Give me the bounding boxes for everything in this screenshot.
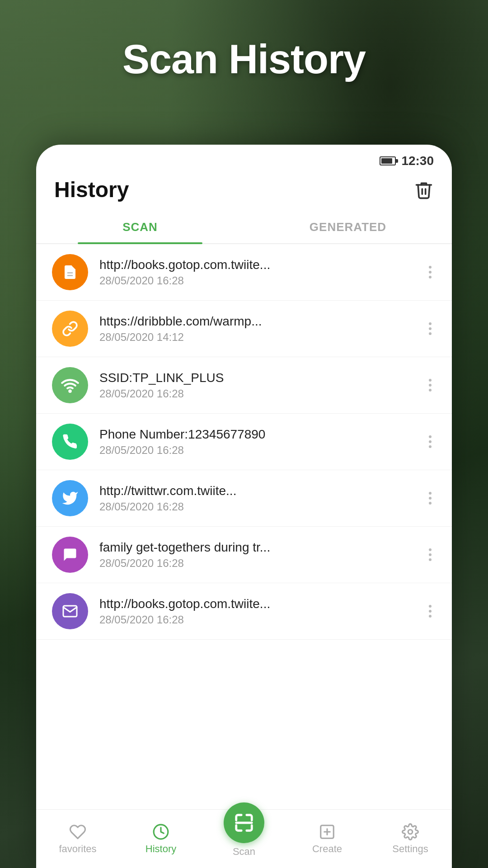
item-content: https://dribbble.com/warmp... 28/05/2020… <box>99 314 413 344</box>
item-date: 28/05/2020 14:12 <box>99 331 413 344</box>
item-content: Phone Number:12345677890 28/05/2020 16:2… <box>99 427 413 457</box>
item-date: 28/05/2020 16:28 <box>99 444 413 457</box>
heart-icon <box>69 823 86 840</box>
nav-item-create[interactable]: Create <box>286 823 369 855</box>
nav-label-settings: Settings <box>392 843 428 855</box>
item-date: 28/05/2020 16:28 <box>99 387 413 400</box>
item-date: 28/05/2020 16:28 <box>99 500 413 513</box>
svg-point-8 <box>408 830 413 834</box>
nav-item-scan[interactable]: Scan <box>202 802 286 858</box>
nav-item-favorites[interactable]: favorites <box>36 823 119 855</box>
item-more-button[interactable] <box>424 264 436 281</box>
scan-history-list: http://books.gotop.com.twiite... 28/05/2… <box>36 244 452 863</box>
header-title: History <box>54 177 129 202</box>
item-icon-wifi <box>52 367 88 403</box>
item-title: family get-togethers during tr... <box>99 540 413 555</box>
list-item[interactable]: http://books.gotop.com.twiite... 28/05/2… <box>36 244 452 301</box>
app-header: History <box>36 173 452 211</box>
item-icon-chat <box>52 537 88 573</box>
svg-point-2 <box>69 391 70 392</box>
item-icon-mail <box>52 593 88 629</box>
item-more-button[interactable] <box>424 320 436 337</box>
item-title: SSID:TP_LINK_PLUS <box>99 371 413 385</box>
bottom-navigation: favorites History Scan <box>36 809 452 868</box>
page-title: Scan History <box>0 36 488 83</box>
status-time: 12:30 <box>401 154 434 168</box>
nav-label-history: History <box>145 843 176 855</box>
create-icon <box>319 823 336 840</box>
list-item[interactable]: SSID:TP_LINK_PLUS 28/05/2020 16:28 <box>36 357 452 414</box>
item-content: SSID:TP_LINK_PLUS 28/05/2020 16:28 <box>99 371 413 400</box>
tabs-bar: SCAN GENERATED <box>36 211 452 244</box>
nav-label-favorites: favorites <box>59 843 96 855</box>
item-title: http://books.gotop.com.twiite... <box>99 597 413 611</box>
list-item[interactable]: https://dribbble.com/warmp... 28/05/2020… <box>36 301 452 357</box>
item-icon-twitter <box>52 480 88 516</box>
page-title-area: Scan History <box>0 36 488 83</box>
item-more-button[interactable] <box>424 490 436 507</box>
item-content: http://twittwr.com.twiite... 28/05/2020 … <box>99 484 413 513</box>
item-more-button[interactable] <box>424 603 436 620</box>
item-title: Phone Number:12345677890 <box>99 427 413 442</box>
tab-scan[interactable]: SCAN <box>36 211 244 243</box>
item-icon-link <box>52 311 88 347</box>
item-date: 28/05/2020 16:28 <box>99 557 413 570</box>
nav-item-history[interactable]: History <box>119 823 202 855</box>
delete-button[interactable] <box>414 179 434 201</box>
list-item[interactable]: http://books.gotop.com.twiite... 28/05/2… <box>36 583 452 640</box>
list-item[interactable]: family get-togethers during tr... 28/05/… <box>36 527 452 583</box>
item-title: https://dribbble.com/warmp... <box>99 314 413 329</box>
item-more-button[interactable] <box>424 377 436 394</box>
scan-button[interactable] <box>224 802 264 843</box>
list-item[interactable]: Phone Number:12345677890 28/05/2020 16:2… <box>36 414 452 470</box>
item-more-button[interactable] <box>424 433 436 450</box>
status-bar: 12:30 <box>36 145 452 173</box>
item-more-button[interactable] <box>424 546 436 563</box>
item-icon-phone <box>52 424 88 460</box>
history-icon <box>152 823 169 840</box>
item-content: http://books.gotop.com.twiite... 28/05/2… <box>99 597 413 626</box>
item-icon-doc <box>52 254 88 290</box>
nav-label-create: Create <box>312 843 342 855</box>
item-date: 28/05/2020 16:28 <box>99 613 413 626</box>
item-content: http://books.gotop.com.twiite... 28/05/2… <box>99 258 413 287</box>
phone-frame: 12:30 History SCAN GENERATED <box>36 145 452 868</box>
scan-icon <box>234 812 254 833</box>
item-title: http://twittwr.com.twiite... <box>99 484 413 498</box>
item-title: http://books.gotop.com.twiite... <box>99 258 413 272</box>
battery-icon <box>380 156 396 165</box>
item-date: 28/05/2020 16:28 <box>99 274 413 287</box>
item-content: family get-togethers during tr... 28/05/… <box>99 540 413 570</box>
tab-generated[interactable]: GENERATED <box>244 211 452 243</box>
nav-label-scan: Scan <box>233 846 255 858</box>
nav-item-settings[interactable]: Settings <box>369 823 452 855</box>
list-item[interactable]: http://twittwr.com.twiite... 28/05/2020 … <box>36 470 452 527</box>
settings-icon <box>402 823 419 840</box>
